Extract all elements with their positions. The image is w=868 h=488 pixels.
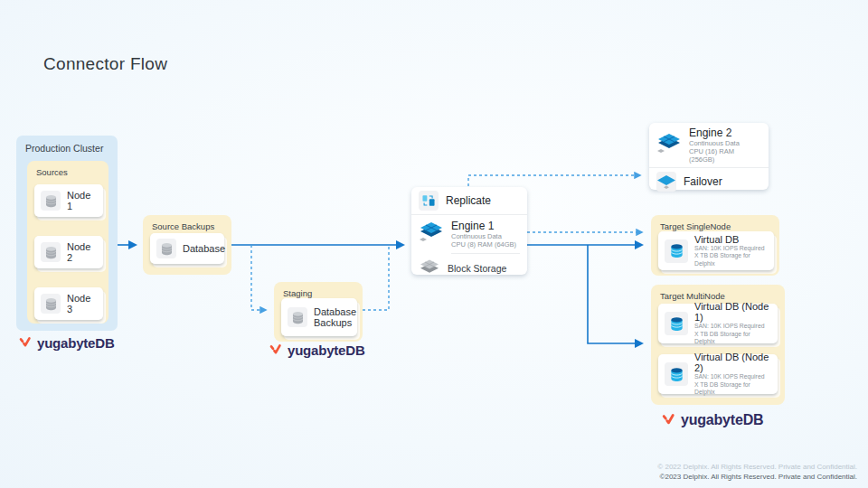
engine1-sub2: CPU (8) RAM (64GB) xyxy=(451,240,516,249)
virtual-db-sub2: X TB DB Storage for Delphix xyxy=(694,252,768,267)
engine-stack-icon xyxy=(419,221,444,248)
production-cluster-box: Production Cluster Sources Node 1 Node 2 xyxy=(16,136,118,331)
virtual-db-sub1: SAN: 10K IOPS Required xyxy=(694,245,768,253)
virtual-db-node2-card: Virtual DB (Node 2) SAN: 10K IOPS Requir… xyxy=(658,354,778,394)
failover-panel: Engine 2 Continuous Data CPU (16) RAM (2… xyxy=(649,123,769,190)
engine1-sub1: Continuous Data xyxy=(451,232,516,240)
production-cluster-label: Production Cluster xyxy=(25,143,103,154)
virtual-db-sub2: X TB DB Storage for Delphix xyxy=(694,381,771,397)
virtual-db-sub2: X TB DB Storage for Delphix xyxy=(694,331,771,346)
footer: © 2022 Delphix. All Rights Reserved. Pri… xyxy=(657,463,857,481)
engine2-row: Engine 2 Continuous Data CPU (16) RAM (2… xyxy=(649,123,769,167)
node-card: Node 2 xyxy=(34,236,103,268)
engine-stack-icon xyxy=(656,132,682,159)
target-singlenode-box: Target SingleNode Virtual DB SAN: 10K IO… xyxy=(651,215,779,276)
database-icon xyxy=(156,239,176,258)
target-multinode-box: Target MultiNode Virtual DB (Node 1) SAN… xyxy=(651,285,785,405)
copyright-2023: ©2023 Delphix. All Rights Reserved. Priv… xyxy=(657,473,857,481)
virtual-db-name: Virtual DB xyxy=(694,234,768,245)
node-card: Node 3 xyxy=(34,287,103,320)
yugabytedb-logo-text: yugabyteDB xyxy=(37,335,115,351)
virtual-db-name: Virtual DB (Node 2) xyxy=(694,352,771,373)
replicate-row: Replicate xyxy=(411,187,527,214)
yugabytedb-mark-icon xyxy=(269,343,283,358)
failover-icon xyxy=(656,172,676,192)
source-backups-box: Source Backups Database xyxy=(143,215,231,275)
arrow-replicate-to-failover xyxy=(468,175,640,186)
yugabytedb-logo-text: yugabyteDB xyxy=(288,343,365,358)
virtual-db-sub1: SAN: 10K IOPS Required xyxy=(694,323,771,331)
failover-label: Failover xyxy=(684,175,722,188)
yugabytedb-mark-icon xyxy=(661,413,676,428)
node-label: Node 1 xyxy=(67,190,97,211)
sources-box: Sources Node 1 Node 2 Node 3 xyxy=(27,161,108,324)
database-icon xyxy=(41,294,61,314)
virtual-db-node1-card: Virtual DB (Node 1) SAN: 10K IOPS Requir… xyxy=(658,304,778,343)
block-storage-label: Block Storage xyxy=(448,263,506,274)
engine2-name: Engine 2 xyxy=(689,127,761,139)
replicate-icon xyxy=(419,191,439,211)
database-backups-label: Database Backups xyxy=(314,306,356,328)
virtual-db-name: Virtual DB (Node 1) xyxy=(694,301,771,323)
database-label: Database xyxy=(183,243,225,254)
staging-label: Staging xyxy=(283,288,312,298)
virtual-db-icon xyxy=(665,362,688,386)
arrow-backups-to-staging xyxy=(251,245,266,310)
page-title: Connector Flow xyxy=(43,54,167,74)
yugabytedb-logo-text: yugabyteDB xyxy=(681,412,763,428)
line-staging-to-engine xyxy=(363,247,389,310)
yugabytedb-logo: yugabyteDB xyxy=(661,412,763,428)
database-icon xyxy=(288,307,307,327)
database-card: Database xyxy=(150,233,224,264)
database-backups-card: Database Backups xyxy=(281,298,357,336)
block-storage-row: Block Storage xyxy=(411,254,527,283)
failover-row: Failover xyxy=(649,168,769,195)
yugabytedb-mark-icon xyxy=(18,336,33,351)
database-icon xyxy=(41,242,61,262)
block-storage-icon xyxy=(419,258,440,279)
engine1-row: Engine 1 Continuous Data CPU (8) RAM (64… xyxy=(411,215,527,253)
arrow-engine-to-multinode xyxy=(588,245,642,343)
engine1-name: Engine 1 xyxy=(451,220,516,232)
database-icon xyxy=(41,191,61,211)
node-label: Node 3 xyxy=(67,293,97,314)
slide-canvas: Connector Flow Production Cluster Source… xyxy=(0,0,868,488)
replicate-label: Replicate xyxy=(446,194,491,207)
engine-panel: Replicate Engine 1 Continuous Data CPU (… xyxy=(411,187,527,275)
yugabytedb-logo: yugabyteDB xyxy=(269,343,365,358)
virtual-db-icon xyxy=(665,239,688,263)
sources-label: Sources xyxy=(36,167,68,177)
virtual-db-card: Virtual DB SAN: 10K IOPS Required X TB D… xyxy=(658,231,774,270)
engine2-sub1: Continuous Data xyxy=(689,139,761,147)
source-backups-label: Source Backups xyxy=(152,221,214,231)
virtual-db-sub1: SAN: 10K IOPS Required xyxy=(694,373,771,381)
yugabytedb-logo: yugabyteDB xyxy=(18,335,115,351)
target-multinode-label: Target MultiNode xyxy=(660,291,725,301)
staging-box: Staging Database Backups xyxy=(274,282,363,342)
engine2-sub2: CPU (16) RAM (256GB) xyxy=(689,147,761,164)
virtual-db-icon xyxy=(665,312,688,335)
copyright-2022: © 2022 Delphix. All Rights Reserved. Pri… xyxy=(657,463,857,471)
target-singlenode-label: Target SingleNode xyxy=(660,221,731,231)
node-card: Node 1 xyxy=(34,184,103,217)
node-label: Node 2 xyxy=(67,241,97,263)
